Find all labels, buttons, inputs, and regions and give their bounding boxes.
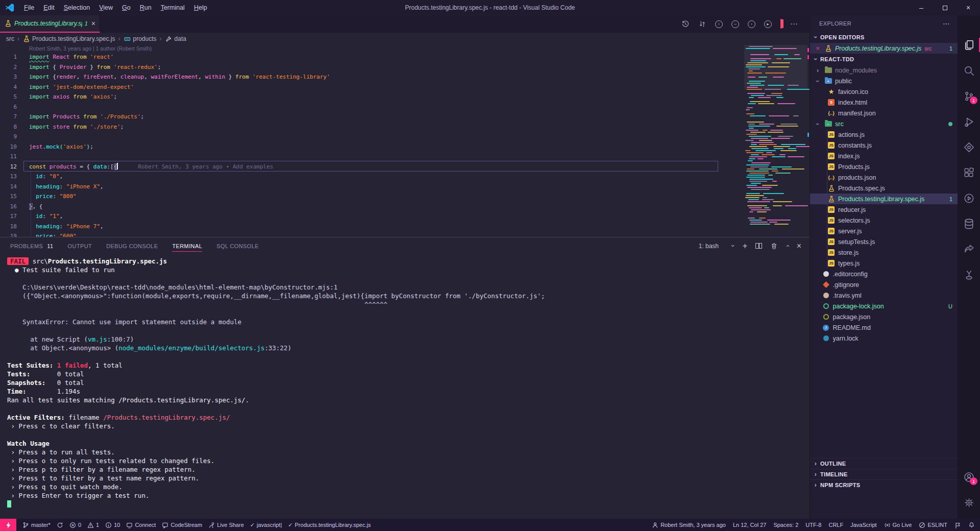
panel-tab-sql-console[interactable]: SQL CONSOLE (216, 237, 259, 254)
workspace-root-section[interactable]: › REACT-TDD (810, 54, 958, 65)
menu-item-edit[interactable]: Edit (39, 0, 59, 15)
status-spaces-2[interactable]: Spaces: 2 (773, 522, 798, 528)
status-connect[interactable]: Connect (126, 522, 156, 528)
search-icon[interactable] (958, 60, 980, 81)
menu-item-file[interactable]: File (19, 0, 39, 15)
status-products-testinglibrary-spec-js[interactable]: ✓Products.testingLibrary.spec.js (288, 522, 371, 528)
status-go-live[interactable]: Go Live (884, 522, 912, 528)
database-icon[interactable] (958, 213, 980, 234)
section-outline[interactable]: ›OUTLINE (810, 458, 958, 469)
status-1[interactable]: 1 (87, 522, 99, 528)
breadcrumb-item-data[interactable]: data (165, 35, 186, 43)
minimap[interactable] (744, 45, 807, 237)
status-javascript[interactable]: JavaScript (850, 522, 876, 528)
file-item-.editorconfig[interactable]: .editorconfig (810, 269, 958, 279)
file-item-.travis.yml[interactable]: .travis.yml (810, 290, 958, 301)
files-icon[interactable] (958, 35, 980, 55)
share-icon[interactable] (958, 239, 980, 259)
menu-item-help[interactable]: Help (189, 0, 212, 15)
status-sync[interactable] (57, 522, 63, 528)
live-share-circle-icon[interactable] (958, 188, 980, 208)
terminal-output[interactable]: FAIL src\Products.testingLibrary.spec.js… (0, 254, 810, 519)
open-editor-item[interactable]: ×Products.testingLibrary.spec.jssrc1 (810, 43, 958, 54)
section-header[interactable]: ›NPM SCRIPTS (810, 479, 958, 490)
status-eslint[interactable]: ESLINT (919, 522, 947, 528)
file-item-reducer.js[interactable]: JSreducer.js (810, 204, 958, 215)
close-window-button[interactable]: × (957, 0, 980, 15)
file-item-products.json[interactable]: {..}products.json (810, 172, 958, 183)
close-tab-icon[interactable]: × (91, 19, 95, 28)
menu-item-go[interactable]: Go (117, 0, 135, 15)
file-item-Products.js[interactable]: JSProducts.js (810, 161, 958, 172)
more-icon[interactable]: ⋯ (790, 19, 798, 29)
status-ln-12-col-27[interactable]: Ln 12, Col 27 (733, 522, 766, 528)
restore-button[interactable] (933, 0, 957, 15)
folder-item-src[interactable]: ›‹›src (810, 118, 958, 129)
map-pin-icon[interactable] (958, 264, 980, 285)
compare-icon[interactable] (698, 20, 706, 28)
file-item-.gitignore[interactable]: .gitignore (810, 279, 958, 290)
status-utf-8[interactable]: UTF-8 (805, 522, 821, 528)
settings-icon[interactable] (958, 492, 980, 513)
source-control-icon[interactable]: 1 (958, 86, 980, 106)
menu-item-selection[interactable]: Selection (59, 0, 94, 15)
file-item-package-lock.json[interactable]: package-lock.jsonU (810, 301, 958, 311)
file-item-index.html[interactable]: 5index.html (810, 97, 958, 108)
split-editor-icon[interactable] (780, 19, 781, 29)
breadcrumb-item-src[interactable]: src (6, 35, 14, 42)
status-javascript-[interactable]: ✓javascript| (250, 522, 282, 528)
file-item-README.md[interactable]: iREADME.md (810, 322, 958, 333)
file-item-selectors.js[interactable]: JSselectors.js (810, 215, 958, 226)
gitlens-icon[interactable] (958, 137, 980, 157)
breadcrumb[interactable]: src›Products.testingLibrary.spec.js›prod… (0, 33, 810, 45)
trash-icon[interactable] (770, 242, 778, 250)
panel-tab-output[interactable]: OUTPUT (68, 237, 92, 254)
file-item-setupTests.js[interactable]: JSsetupTests.js (810, 236, 958, 247)
breadcrumb-item-products[interactable]: products (124, 35, 157, 43)
file-item-package.json[interactable]: package.json (810, 311, 958, 322)
panel-tab-problems[interactable]: PROBLEMS11 (10, 237, 54, 254)
status-10[interactable]: 10 (105, 522, 120, 528)
chevron-up-icon[interactable]: › (786, 242, 788, 250)
file-item-yarn.lock[interactable]: yarn.lock (810, 333, 958, 344)
history-icon[interactable] (681, 20, 690, 28)
file-item-types.js[interactable]: JStypes.js (810, 258, 958, 269)
file-item-Products.testingLibrary.spec.js[interactable]: Products.testingLibrary.spec.js1 (810, 194, 958, 204)
split-icon[interactable] (755, 243, 762, 249)
folder-item-public[interactable]: ›●public (810, 76, 958, 86)
close-editor-icon[interactable]: × (814, 44, 821, 52)
folder-item-node_modules[interactable]: ›node_modules (810, 65, 958, 76)
status-crlf[interactable]: CRLF (828, 522, 843, 528)
run-circle-icon[interactable]: ▸ (764, 20, 772, 28)
menu-item-run[interactable]: Run (135, 0, 156, 15)
code-editor[interactable]: Robert Smith, 3 years ago | 1 author (Ro… (0, 45, 810, 237)
status-live-share[interactable]: Live Share (208, 522, 244, 528)
run-debug-icon[interactable] (958, 111, 980, 132)
explorer-more-actions-icon[interactable]: ⋯ (943, 19, 950, 28)
nav-forward-icon[interactable]: › (748, 20, 755, 28)
section-timeline[interactable]: ›TIMELINE (810, 469, 958, 479)
file-item-server.js[interactable]: JSserver.js (810, 226, 958, 236)
section-header[interactable]: ›TIMELINE (810, 469, 958, 479)
file-item-favicon.ico[interactable]: ★favicon.ico (810, 86, 958, 97)
file-item-store.js[interactable]: JSstore.js (810, 247, 958, 258)
open-editors-section[interactable]: › OPEN EDITORS (810, 32, 958, 43)
file-item-index.js[interactable]: JSindex.js (810, 151, 958, 161)
remote-indicator[interactable] (0, 519, 16, 531)
terminal-shell-selector[interactable]: 1: bash › (699, 242, 734, 250)
file-item-manifest.json[interactable]: {..}manifest.json (810, 108, 958, 118)
tab-products-spec[interactable]: Products.testingLibrary.spec.js 1 × (0, 15, 100, 33)
close-icon[interactable]: × (797, 242, 801, 251)
menu-item-view[interactable]: View (94, 0, 117, 15)
file-item-actions.js[interactable]: JSactions.js (810, 129, 958, 140)
panel-tab-debug-console[interactable]: DEBUG CONSOLE (106, 237, 158, 254)
nav-middle-icon[interactable]: – (731, 20, 739, 28)
extensions-icon[interactable] (958, 162, 980, 183)
breadcrumb-item-Products.testingLibrary.spec.js[interactable]: Products.testingLibrary.spec.js (22, 35, 115, 43)
status-master-[interactable]: master* (22, 522, 51, 528)
status-bell[interactable] (968, 522, 975, 528)
file-item-constants.js[interactable]: JSconstants.js (810, 140, 958, 151)
nav-back-icon[interactable]: ‹ (715, 20, 723, 28)
file-item-Products.spec.js[interactable]: Products.spec.js (810, 183, 958, 194)
status-codestream[interactable]: CodeStream (162, 522, 202, 528)
